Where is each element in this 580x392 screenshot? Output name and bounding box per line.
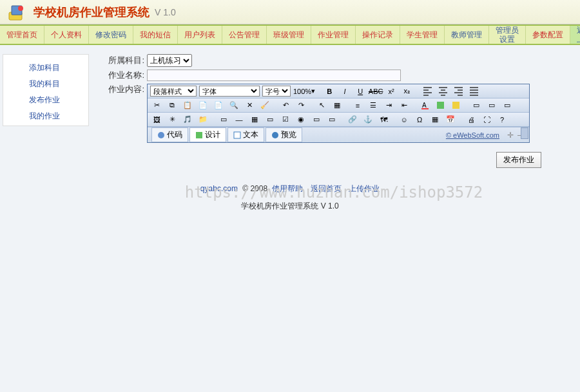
sidebar: 添加科目我的科目发布作业我的作业 xyxy=(3,54,89,126)
print-icon[interactable]: 🖨 xyxy=(465,114,478,126)
editor-copyright-link[interactable]: © eWebSoft.com xyxy=(446,131,499,139)
cut-icon[interactable]: ✂ xyxy=(150,100,163,111)
topnav-item-0[interactable]: 管理首页 xyxy=(0,26,44,44)
topnav-item-8[interactable]: 操作记录 xyxy=(356,26,400,44)
top-nav: 管理首页个人资料修改密码我的短信用户列表公告管理班级管理作业管理操作记录学生管理… xyxy=(0,24,580,45)
anchor-icon[interactable]: ⚓ xyxy=(362,114,374,126)
file-icon[interactable]: 📁 xyxy=(197,114,209,126)
table-icon[interactable]: ▦ xyxy=(248,114,261,126)
topnav-item-3[interactable]: 我的短信 xyxy=(133,26,178,44)
svg-point-2 xyxy=(18,6,23,11)
unordered-list-icon[interactable]: ☰ xyxy=(367,100,380,111)
footer-help-link[interactable]: 使用帮助 xyxy=(272,184,303,193)
strike-button[interactable]: ABC xyxy=(369,86,382,97)
publish-button[interactable]: 发布作业 xyxy=(496,152,541,168)
topnav-item-5[interactable]: 公告管理 xyxy=(222,26,267,44)
editor-toolbar-1: 段落样式 字体 字号 100% ▾ B I U ABC x² x₂ xyxy=(148,84,529,98)
remove-format-icon[interactable]: 🧹 xyxy=(258,100,271,111)
app-logo-icon xyxy=(6,2,27,23)
editor-expand-icon[interactable]: ✛ xyxy=(507,131,514,140)
superscript-button[interactable]: x² xyxy=(385,86,398,97)
topnav-item-4[interactable]: 用户列表 xyxy=(178,26,222,44)
topnav-item-11[interactable]: 管理员设置 xyxy=(489,26,526,44)
tab-preview[interactable]: 预览 xyxy=(266,127,302,142)
align-left-button[interactable] xyxy=(421,86,434,97)
excel-icon[interactable]: ▦ xyxy=(429,114,441,126)
topnav-item-10[interactable]: 教师管理 xyxy=(445,26,489,44)
underline-button[interactable]: U xyxy=(354,86,367,97)
align-right-button[interactable] xyxy=(452,86,465,97)
textfield-icon[interactable]: ▭ xyxy=(310,114,323,126)
topnav-item-1[interactable]: 个人资料 xyxy=(44,26,89,44)
redo-icon[interactable]: ↷ xyxy=(295,100,307,111)
subject-select[interactable]: 上机练习 xyxy=(147,54,192,67)
paste-word-icon[interactable]: 📄 xyxy=(212,100,225,111)
paragraph-select[interactable]: 段落样式 xyxy=(150,86,197,97)
italic-button[interactable]: I xyxy=(338,86,351,97)
fontsize-select[interactable]: 字号 xyxy=(262,86,291,97)
textarea-icon[interactable]: ▭ xyxy=(325,114,338,126)
subscript-button[interactable]: x₂ xyxy=(400,86,413,97)
hr-icon[interactable]: — xyxy=(233,114,246,126)
topnav-item-12[interactable]: 参数配置 xyxy=(526,26,570,44)
radio-icon[interactable]: ◉ xyxy=(295,114,307,126)
date-icon[interactable]: 📅 xyxy=(444,114,457,126)
topnav-item-2[interactable]: 修改密码 xyxy=(89,26,133,44)
flash-icon[interactable]: ✳ xyxy=(166,114,179,126)
align-justify-button[interactable] xyxy=(467,86,480,97)
new-doc-icon[interactable]: ▭ xyxy=(470,100,483,111)
image-icon[interactable]: 🖼 xyxy=(150,114,163,126)
link-icon[interactable]: 🔗 xyxy=(346,114,359,126)
delete-icon[interactable]: ✕ xyxy=(243,100,256,111)
topnav-item-7[interactable]: 作业管理 xyxy=(311,26,356,44)
ordered-list-icon[interactable]: ≡ xyxy=(351,100,364,111)
name-label: 作业名称 xyxy=(104,70,144,81)
sidebar-item-2[interactable]: 发布作业 xyxy=(3,92,88,108)
topnav-item-13[interactable]: 返回上页 xyxy=(570,26,580,44)
undo-icon[interactable]: ↶ xyxy=(279,100,292,111)
scrollbar-thumb[interactable] xyxy=(521,127,528,139)
sidebar-item-0[interactable]: 添加科目 xyxy=(3,60,88,76)
map-icon[interactable]: 🗺 xyxy=(377,114,390,126)
tab-design[interactable]: 设计 xyxy=(189,127,226,142)
sidebar-item-3[interactable]: 我的作业 xyxy=(3,108,88,124)
svg-rect-8 xyxy=(452,102,459,109)
bold-button[interactable]: B xyxy=(323,86,336,97)
topnav-item-9[interactable]: 学生管理 xyxy=(400,26,445,44)
zoom-display[interactable]: 100% ▾ xyxy=(293,87,315,95)
copy-icon[interactable]: ⧉ xyxy=(166,100,179,111)
templates-icon[interactable]: ▭ xyxy=(501,100,514,111)
topnav-item-6[interactable]: 班级管理 xyxy=(267,26,311,44)
fullscreen-icon[interactable]: ⛶ xyxy=(480,114,493,126)
forecolor-icon[interactable]: A xyxy=(418,100,431,111)
outdent-icon[interactable]: ⇤ xyxy=(398,100,411,111)
font-select[interactable]: 字体 xyxy=(199,86,260,97)
open-doc-icon[interactable]: ▭ xyxy=(485,100,498,111)
about-icon[interactable]: ? xyxy=(496,114,508,126)
backcolor-icon[interactable] xyxy=(434,100,447,111)
tab-text[interactable]: 文本 xyxy=(227,127,264,142)
find-icon[interactable]: 🔍 xyxy=(227,100,240,111)
emoticon-icon[interactable]: ☺ xyxy=(398,114,411,126)
assignment-name-input[interactable] xyxy=(147,70,401,81)
editor-toolbar-2: ✂ ⧉ 📋 📄 📄 🔍 ✕ 🧹 ↶ ↷ ↖ ▦ ≡ ☰ xyxy=(148,98,529,113)
cursor-icon[interactable]: ↖ xyxy=(315,100,328,111)
footer-home-link[interactable]: 返回首页 xyxy=(311,184,342,193)
checkbox-icon[interactable]: ☑ xyxy=(279,114,292,126)
svg-point-9 xyxy=(158,132,164,138)
tab-code[interactable]: 代码 xyxy=(151,127,188,142)
paste-icon[interactable]: 📋 xyxy=(181,100,194,111)
media-icon[interactable]: 🎵 xyxy=(181,114,194,126)
hilite-icon[interactable] xyxy=(449,100,462,111)
footer-upload-link[interactable]: 上传作业 xyxy=(349,184,380,193)
indent-icon[interactable]: ⇥ xyxy=(382,100,395,111)
selectall-icon[interactable]: ▦ xyxy=(331,100,343,111)
sidebar-item-1[interactable]: 我的科目 xyxy=(3,76,88,92)
footer-site-link[interactable]: qyabc.com xyxy=(200,184,238,193)
align-center-button[interactable] xyxy=(436,86,449,97)
marquee-icon[interactable]: ▭ xyxy=(217,114,230,126)
svg-rect-11 xyxy=(234,132,240,138)
symbol-icon[interactable]: Ω xyxy=(413,114,426,126)
paste-text-icon[interactable]: 📄 xyxy=(197,100,209,111)
form-icon[interactable]: ▭ xyxy=(264,114,276,126)
